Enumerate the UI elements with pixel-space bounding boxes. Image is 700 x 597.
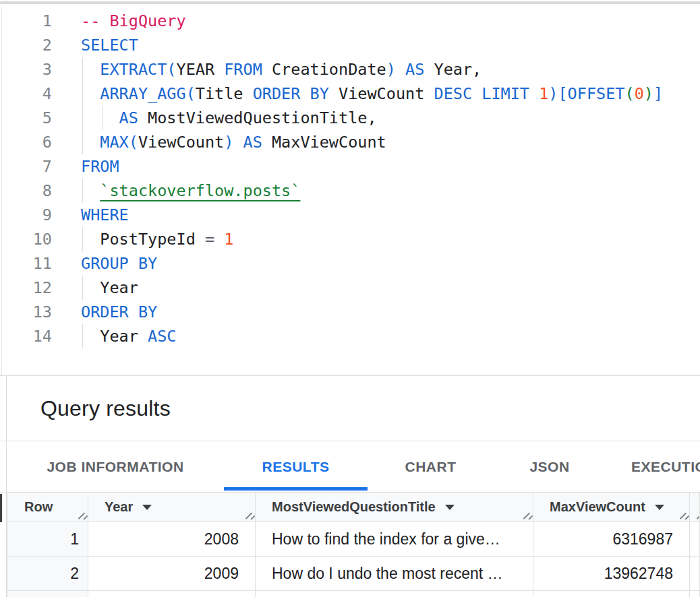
cell-year: 2009 <box>88 557 256 590</box>
code-token: MAX( <box>81 133 138 152</box>
code-token: MaxViewCount <box>262 133 386 152</box>
cell-row <box>7 591 88 597</box>
code-token: ASC <box>138 327 177 346</box>
code-token: EXTRACT( <box>81 60 176 79</box>
code-token: ( <box>624 84 634 103</box>
tab-label: CHART <box>405 459 457 475</box>
column-header-label: Row <box>24 499 53 515</box>
tab-label: EXECUTION DETAILS <box>631 459 700 475</box>
column-resize-handle[interactable] <box>521 511 531 520</box>
code-token <box>81 181 100 200</box>
code-text: Year ASC <box>81 327 176 346</box>
column-header-year[interactable]: Year <box>88 493 256 522</box>
sql-editor[interactable]: 1-- BigQuery2SELECT3 EXTRACT(YEAR FROM C… <box>0 4 700 375</box>
column-resize-handle[interactable] <box>243 511 253 520</box>
code-line[interactable]: 1-- BigQuery <box>0 9 700 33</box>
scrollbar-thumb[interactable] <box>0 494 2 522</box>
cell-year <box>88 591 256 597</box>
sort-dropdown-icon[interactable] <box>655 505 664 510</box>
line-number: 13 <box>0 300 52 324</box>
column-resize-handle[interactable] <box>677 511 687 520</box>
indent-guide <box>82 324 83 348</box>
code-token: = <box>196 230 214 249</box>
code-line[interactable]: 14 Year ASC <box>0 324 700 348</box>
line-number: 12 <box>0 276 52 300</box>
sort-dropdown-icon[interactable] <box>142 505 152 510</box>
code-text: ARRAY_AGG(Title ORDER BY ViewCount DESC … <box>81 84 663 103</box>
cell-row: 1 <box>7 522 88 556</box>
cell-stub <box>690 557 700 590</box>
column-header-row[interactable]: Row <box>7 493 88 522</box>
code-token: 1 <box>214 230 233 249</box>
code-token: Year <box>81 327 138 346</box>
column-resize-handle[interactable] <box>76 511 86 520</box>
code-text: -- BigQuery <box>81 11 186 30</box>
tab-execution-details[interactable]: EXECUTION DETAILS <box>623 441 700 492</box>
cell-stub <box>690 591 700 597</box>
column-header-label: MaxViewCount <box>550 499 645 515</box>
code-text: GROUP BY <box>81 254 157 273</box>
indent-guide <box>102 106 103 130</box>
tab-label: JOB INFORMATION <box>47 459 183 475</box>
line-number: 4 <box>0 82 52 106</box>
column-header-stub[interactable] <box>690 493 700 522</box>
sort-dropdown-icon[interactable] <box>445 505 455 510</box>
table-body: 12008How to find the index for a give…63… <box>7 522 700 597</box>
code-line[interactable]: 3 EXTRACT(YEAR FROM CreationDate) AS Yea… <box>0 57 700 82</box>
code-text: `stackoverflow.posts` <box>81 181 300 200</box>
bigquery-results-screen: 1-- BigQuery2SELECT3 EXTRACT(YEAR FROM C… <box>0 0 700 597</box>
code-line[interactable]: 10 PostTypeId = 1 <box>0 227 700 251</box>
table-row <box>7 591 700 597</box>
code-token: MostViewedQuestionTitle, <box>138 108 377 127</box>
code-token: ) AS <box>386 60 425 79</box>
indent-guide <box>82 106 83 130</box>
code-token: 1 <box>529 84 548 103</box>
code-token: YEAR <box>176 60 214 79</box>
code-line[interactable]: 9WHERE <box>0 203 700 227</box>
cell-stub <box>690 522 700 556</box>
line-number: 6 <box>0 130 52 154</box>
code-line[interactable]: 7FROM <box>0 154 700 179</box>
code-line[interactable]: 6 MAX(ViewCount) AS MaxViewCount <box>0 130 700 154</box>
code-token: ARRAY_AGG( <box>81 84 196 103</box>
code-token: ) AS <box>224 133 262 152</box>
code-token: ) <box>644 84 653 103</box>
code-line[interactable]: 8 `stackoverflow.posts` <box>0 179 700 203</box>
code-line[interactable]: 5 AS MostViewedQuestionTitle, <box>0 106 700 130</box>
code-text: SELECT <box>81 36 138 55</box>
tab-job-information[interactable]: JOB INFORMATION <box>24 441 206 492</box>
column-header-mostviewedquestiontitle[interactable]: MostViewedQuestionTitle <box>256 493 533 522</box>
cell-max_view_count: 13962748 <box>533 557 690 590</box>
column-header-label: Year <box>105 499 133 515</box>
code-token: Year, <box>424 60 482 79</box>
column-header-maxviewcount[interactable]: MaxViewCount <box>533 493 690 522</box>
table-reference-link[interactable]: `stackoverflow.posts` <box>100 181 300 200</box>
code-text: Year <box>81 278 138 297</box>
code-line[interactable]: 11GROUP BY <box>0 251 700 276</box>
code-token: ViewCount <box>138 133 224 152</box>
code-line[interactable]: 2SELECT <box>0 33 700 57</box>
code-line[interactable]: 12 Year <box>0 276 700 300</box>
cell-row: 2 <box>7 557 88 590</box>
code-text: MAX(ViewCount) AS MaxViewCount <box>81 133 386 152</box>
column-header-label: MostViewedQuestionTitle <box>272 499 436 515</box>
tab-chart[interactable]: CHART <box>385 441 476 492</box>
code-line[interactable]: 13ORDER BY <box>0 300 700 324</box>
code-token: SELECT <box>81 36 138 55</box>
code-line[interactable]: 4 ARRAY_AGG(Title ORDER BY ViewCount DES… <box>0 82 700 106</box>
line-number: 9 <box>0 203 52 227</box>
code-token: ] <box>653 84 663 103</box>
table-row: 12008How to find the index for a give…63… <box>7 522 700 557</box>
tab-results[interactable]: RESULTS <box>224 441 368 492</box>
code-text: ORDER BY <box>81 303 157 321</box>
results-header: Query results <box>0 376 700 441</box>
cell-max_view_count: 6316987 <box>533 522 690 556</box>
column-resize-handle[interactable] <box>694 511 700 520</box>
tab-json[interactable]: JSON <box>494 441 606 492</box>
code-token: DESC LIMIT <box>424 84 529 103</box>
code-token: AS <box>81 108 138 127</box>
tab-label: RESULTS <box>262 459 330 475</box>
code-token: ViewCount <box>329 84 424 103</box>
cell-title <box>256 591 533 597</box>
tab-label: JSON <box>529 459 569 475</box>
